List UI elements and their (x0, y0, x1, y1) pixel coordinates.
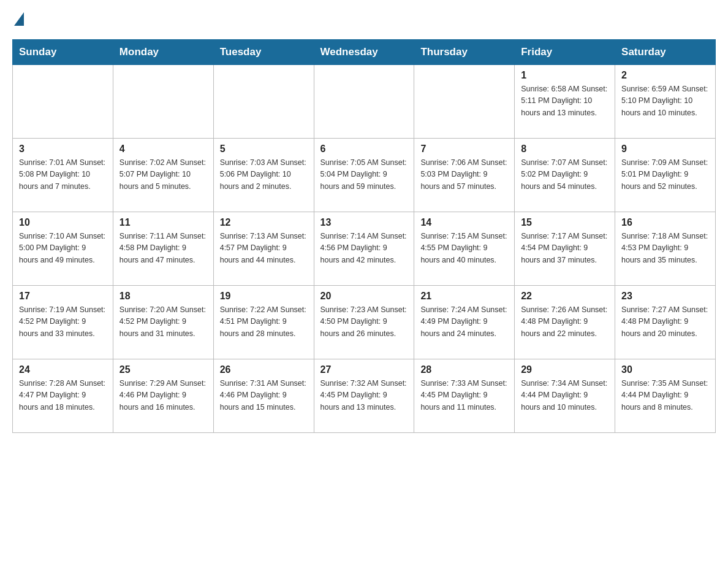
day-number: 1 (521, 70, 609, 81)
day-info: Sunrise: 6:58 AM Sunset: 5:11 PM Dayligh… (521, 83, 609, 119)
day-info: Sunrise: 7:20 AM Sunset: 4:52 PM Dayligh… (119, 304, 207, 340)
day-number: 16 (621, 217, 709, 228)
day-info: Sunrise: 7:05 AM Sunset: 5:04 PM Dayligh… (320, 157, 408, 193)
day-info: Sunrise: 7:32 AM Sunset: 4:45 PM Dayligh… (320, 378, 408, 413)
day-info: Sunrise: 7:07 AM Sunset: 5:02 PM Dayligh… (521, 157, 609, 193)
calendar-cell: 29Sunrise: 7:34 AM Sunset: 4:44 PM Dayli… (515, 359, 615, 433)
calendar-cell: 14Sunrise: 7:15 AM Sunset: 4:55 PM Dayli… (414, 212, 515, 286)
calendar-cell: 20Sunrise: 7:23 AM Sunset: 4:50 PM Dayli… (314, 286, 414, 359)
day-number: 20 (320, 291, 408, 302)
day-number: 27 (320, 364, 408, 375)
week-row-5: 24Sunrise: 7:28 AM Sunset: 4:47 PM Dayli… (13, 359, 716, 433)
day-number: 10 (19, 217, 107, 228)
day-info: Sunrise: 7:01 AM Sunset: 5:08 PM Dayligh… (19, 157, 107, 193)
calendar-cell: 30Sunrise: 7:35 AM Sunset: 4:44 PM Dayli… (615, 359, 716, 433)
day-info: Sunrise: 7:03 AM Sunset: 5:06 PM Dayligh… (220, 157, 308, 193)
day-info: Sunrise: 7:14 AM Sunset: 4:56 PM Dayligh… (320, 231, 408, 266)
day-info: Sunrise: 7:02 AM Sunset: 5:07 PM Dayligh… (119, 157, 207, 193)
logo (12, 12, 24, 27)
calendar-table: SundayMondayTuesdayWednesdayThursdayFrid… (12, 39, 716, 433)
day-header-wednesday: Wednesday (314, 40, 414, 65)
logo-general (12, 12, 24, 27)
day-number: 12 (220, 217, 308, 228)
day-header-tuesday: Tuesday (213, 40, 314, 65)
day-info: Sunrise: 7:26 AM Sunset: 4:48 PM Dayligh… (521, 304, 609, 340)
day-number: 11 (119, 217, 207, 228)
day-number: 25 (119, 364, 207, 375)
day-number: 13 (320, 217, 408, 228)
day-number: 7 (420, 144, 508, 155)
day-info: Sunrise: 7:06 AM Sunset: 5:03 PM Dayligh… (420, 157, 508, 193)
calendar-cell: 5Sunrise: 7:03 AM Sunset: 5:06 PM Daylig… (213, 139, 314, 212)
day-info: Sunrise: 7:23 AM Sunset: 4:50 PM Dayligh… (320, 304, 408, 340)
calendar-cell: 18Sunrise: 7:20 AM Sunset: 4:52 PM Dayli… (113, 286, 213, 359)
calendar-cell: 11Sunrise: 7:11 AM Sunset: 4:58 PM Dayli… (113, 212, 213, 286)
day-info: Sunrise: 6:59 AM Sunset: 5:10 PM Dayligh… (621, 83, 709, 119)
day-info: Sunrise: 7:35 AM Sunset: 4:44 PM Dayligh… (621, 378, 709, 413)
day-info: Sunrise: 7:22 AM Sunset: 4:51 PM Dayligh… (220, 304, 308, 340)
day-info: Sunrise: 7:24 AM Sunset: 4:49 PM Dayligh… (420, 304, 508, 340)
day-number: 4 (119, 144, 207, 155)
calendar-cell: 3Sunrise: 7:01 AM Sunset: 5:08 PM Daylig… (13, 139, 113, 212)
week-row-2: 3Sunrise: 7:01 AM Sunset: 5:08 PM Daylig… (13, 139, 716, 212)
day-info: Sunrise: 7:10 AM Sunset: 5:00 PM Dayligh… (19, 231, 107, 266)
calendar-cell: 4Sunrise: 7:02 AM Sunset: 5:07 PM Daylig… (113, 139, 213, 212)
day-info: Sunrise: 7:33 AM Sunset: 4:45 PM Dayligh… (420, 378, 508, 413)
day-info: Sunrise: 7:19 AM Sunset: 4:52 PM Dayligh… (19, 304, 107, 340)
day-number: 23 (621, 291, 709, 302)
day-number: 24 (19, 364, 107, 375)
calendar-cell (13, 65, 113, 139)
calendar-cell: 25Sunrise: 7:29 AM Sunset: 4:46 PM Dayli… (113, 359, 213, 433)
day-number: 5 (220, 144, 308, 155)
day-number: 2 (621, 70, 709, 81)
calendar-cell (414, 65, 515, 139)
day-header-thursday: Thursday (414, 40, 515, 65)
day-number: 15 (521, 217, 609, 228)
day-info: Sunrise: 7:17 AM Sunset: 4:54 PM Dayligh… (521, 231, 609, 266)
calendar-cell: 21Sunrise: 7:24 AM Sunset: 4:49 PM Dayli… (414, 286, 515, 359)
day-info: Sunrise: 7:28 AM Sunset: 4:47 PM Dayligh… (19, 378, 107, 413)
day-number: 18 (119, 291, 207, 302)
calendar-cell: 24Sunrise: 7:28 AM Sunset: 4:47 PM Dayli… (13, 359, 113, 433)
day-number: 28 (420, 364, 508, 375)
logo-arrow-icon (14, 12, 24, 26)
page-header (12, 12, 716, 27)
calendar-cell: 15Sunrise: 7:17 AM Sunset: 4:54 PM Dayli… (515, 212, 615, 286)
calendar-cell: 19Sunrise: 7:22 AM Sunset: 4:51 PM Dayli… (213, 286, 314, 359)
day-number: 29 (521, 364, 609, 375)
calendar-cell (213, 65, 314, 139)
calendar-cell: 27Sunrise: 7:32 AM Sunset: 4:45 PM Dayli… (314, 359, 414, 433)
day-info: Sunrise: 7:11 AM Sunset: 4:58 PM Dayligh… (119, 231, 207, 266)
day-info: Sunrise: 7:15 AM Sunset: 4:55 PM Dayligh… (420, 231, 508, 266)
day-header-monday: Monday (113, 40, 213, 65)
day-number: 22 (521, 291, 609, 302)
calendar-cell: 22Sunrise: 7:26 AM Sunset: 4:48 PM Dayli… (515, 286, 615, 359)
week-row-1: 1Sunrise: 6:58 AM Sunset: 5:11 PM Daylig… (13, 65, 716, 139)
calendar-cell: 8Sunrise: 7:07 AM Sunset: 5:02 PM Daylig… (515, 139, 615, 212)
calendar-cell: 13Sunrise: 7:14 AM Sunset: 4:56 PM Dayli… (314, 212, 414, 286)
day-header-friday: Friday (515, 40, 615, 65)
calendar-cell: 28Sunrise: 7:33 AM Sunset: 4:45 PM Dayli… (414, 359, 515, 433)
day-number: 3 (19, 144, 107, 155)
week-row-3: 10Sunrise: 7:10 AM Sunset: 5:00 PM Dayli… (13, 212, 716, 286)
calendar-cell: 7Sunrise: 7:06 AM Sunset: 5:03 PM Daylig… (414, 139, 515, 212)
day-info: Sunrise: 7:31 AM Sunset: 4:46 PM Dayligh… (220, 378, 308, 413)
calendar-cell: 17Sunrise: 7:19 AM Sunset: 4:52 PM Dayli… (13, 286, 113, 359)
calendar-cell: 10Sunrise: 7:10 AM Sunset: 5:00 PM Dayli… (13, 212, 113, 286)
day-info: Sunrise: 7:27 AM Sunset: 4:48 PM Dayligh… (621, 304, 709, 340)
day-number: 21 (420, 291, 508, 302)
day-info: Sunrise: 7:34 AM Sunset: 4:44 PM Dayligh… (521, 378, 609, 413)
calendar-cell: 16Sunrise: 7:18 AM Sunset: 4:53 PM Dayli… (615, 212, 716, 286)
calendar-cell: 2Sunrise: 6:59 AM Sunset: 5:10 PM Daylig… (615, 65, 716, 139)
calendar-cell: 12Sunrise: 7:13 AM Sunset: 4:57 PM Dayli… (213, 212, 314, 286)
day-number: 17 (19, 291, 107, 302)
day-info: Sunrise: 7:18 AM Sunset: 4:53 PM Dayligh… (621, 231, 709, 266)
day-header-sunday: Sunday (13, 40, 113, 65)
calendar-cell: 9Sunrise: 7:09 AM Sunset: 5:01 PM Daylig… (615, 139, 716, 212)
day-header-saturday: Saturday (615, 40, 716, 65)
day-info: Sunrise: 7:13 AM Sunset: 4:57 PM Dayligh… (220, 231, 308, 266)
day-number: 8 (521, 144, 609, 155)
calendar-cell: 26Sunrise: 7:31 AM Sunset: 4:46 PM Dayli… (213, 359, 314, 433)
day-number: 14 (420, 217, 508, 228)
calendar-cell: 23Sunrise: 7:27 AM Sunset: 4:48 PM Dayli… (615, 286, 716, 359)
